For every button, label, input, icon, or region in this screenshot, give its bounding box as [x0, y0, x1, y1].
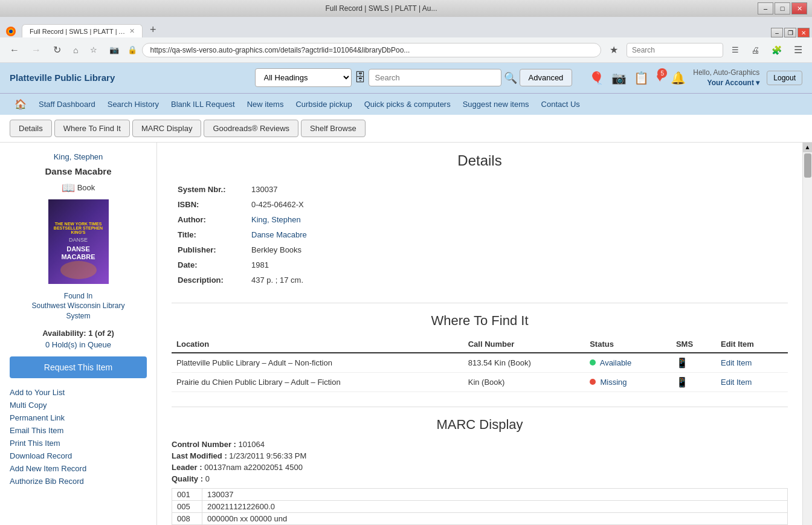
detail-row-publisher: Publisher: Berkley Books: [173, 243, 787, 257]
bookmark-button[interactable]: ☆: [86, 44, 101, 56]
detail-row-description: Description: 437 p. ; 17 cm.: [173, 273, 787, 287]
download-record-link[interactable]: Download Record: [10, 451, 147, 460]
home-nav-link[interactable]: 🏠: [10, 96, 31, 112]
browser-close[interactable]: ✕: [798, 28, 810, 37]
detail-row-isbn: ISBN: 0-425-06462-X: [173, 198, 787, 211]
tab-where-to-find[interactable]: Where To Find It: [54, 120, 130, 137]
star-button[interactable]: ★: [606, 43, 622, 57]
tab-goodreads[interactable]: Goodreads® Reviews: [204, 120, 298, 137]
print-item-link[interactable]: Print This Item: [10, 439, 147, 448]
email-item-link[interactable]: Email This Item: [10, 426, 147, 435]
suggest-link[interactable]: Suggest new items: [458, 97, 534, 111]
print-button[interactable]: 🖨: [747, 44, 763, 56]
edit-cell: Edit Item: [716, 353, 788, 373]
sms-icon[interactable]: 📱: [676, 358, 688, 368]
marc-value: 130037: [202, 488, 788, 500]
marc-table: 001 130037 005 20021112122600.0 008 0000…: [172, 488, 788, 525]
home-button[interactable]: ⌂: [69, 44, 82, 56]
contact-link[interactable]: Contact Us: [536, 97, 585, 111]
detail-label-sysnbr: System Nbr.:: [173, 182, 245, 196]
new-tab-button[interactable]: +: [145, 22, 161, 37]
library-name: Platteville Public Library: [10, 72, 115, 83]
found-in[interactable]: Found In Southwest Wisconsin Library Sys…: [10, 291, 147, 321]
location-table-header: Location Call Number Status SMS Edit Ite…: [172, 336, 788, 353]
where-to-find-title: Where To Find It: [172, 303, 788, 329]
url-bar[interactable]: [142, 43, 601, 57]
forward-button[interactable]: →: [28, 43, 45, 57]
extensions-button[interactable]: 🧩: [768, 44, 785, 56]
bell-icon[interactable]: 🔔: [671, 71, 686, 85]
scrollbar-thumb[interactable]: [804, 153, 811, 178]
nav-bar: 🏠 Staff Dashboard Search History Blank I…: [0, 93, 812, 115]
details-table: System Nbr.: 130037 ISBN: 0-425-06462-X …: [172, 181, 788, 288]
account-dropdown[interactable]: Your Account ▾: [693, 78, 759, 88]
browser-minimize[interactable]: –: [771, 28, 783, 37]
edit-item-link[interactable]: Edit Item: [721, 378, 752, 387]
search-history-link[interactable]: Search History: [103, 97, 164, 111]
blank-ill-link[interactable]: Blank ILL Request: [166, 97, 240, 111]
edit-cell: Edit Item: [716, 372, 788, 391]
marc-value: 000000n xx 00000 und: [202, 512, 788, 524]
main-search-input[interactable]: [369, 69, 501, 86]
holds-queue[interactable]: 0 Hold(s) in Queue: [10, 340, 147, 349]
reader-view-button[interactable]: ☰: [728, 44, 743, 56]
firefox-icon: [5, 26, 16, 37]
bookmarks-icon[interactable]: ♥ 5: [656, 71, 663, 85]
browser-restore[interactable]: ❐: [784, 28, 796, 37]
sms-icon[interactable]: 📱: [676, 377, 688, 387]
new-items-link[interactable]: New items: [242, 97, 289, 111]
request-item-button[interactable]: Request This Item: [10, 356, 147, 378]
notifications-icon[interactable]: 📋: [634, 71, 649, 85]
scrollbar[interactable]: ▲ ▼: [802, 143, 812, 525]
browser-tab[interactable]: Full Record | SWLS | PLATT | Au... ✕: [22, 24, 143, 37]
database-icon[interactable]: 🗄: [354, 71, 366, 85]
close-button[interactable]: ✕: [791, 2, 807, 14]
staff-dashboard-link[interactable]: Staff Dashboard: [34, 97, 100, 111]
edit-item-link[interactable]: Edit Item: [721, 358, 752, 367]
call-number-cell: 813.54 Kin (Book): [463, 353, 585, 373]
menu-button[interactable]: ☰: [790, 43, 806, 57]
sidebar-author[interactable]: King, Stephen: [10, 152, 147, 161]
search-icon-button[interactable]: 🔍: [504, 71, 517, 85]
tab-marc[interactable]: MARC Display: [132, 120, 202, 137]
advanced-search-button[interactable]: Advanced: [520, 69, 573, 86]
scroll-up-button[interactable]: ▲: [803, 143, 813, 152]
status-link[interactable]: Missing: [600, 378, 627, 387]
marc-value: 20021112122600.0: [202, 500, 788, 512]
add-to-list-link[interactable]: Add to Your List: [10, 388, 147, 397]
tab-details[interactable]: Details: [10, 120, 52, 137]
cover-kings-text: DANSE: [69, 237, 88, 243]
status-link[interactable]: Available: [600, 358, 632, 367]
screenshot-button[interactable]: 📷: [106, 44, 123, 56]
browser-navbar: ← → ↻ ⌂ ☆ 📷 🔒 ★ ☰ 🖨 🧩 ☰: [0, 37, 812, 63]
authorize-bib-link[interactable]: Authorize Bib Record: [10, 477, 147, 486]
curbside-link[interactable]: Curbside pickup: [291, 97, 356, 111]
logout-button[interactable]: Logout: [767, 71, 802, 85]
detail-value-title[interactable]: Danse Macabre: [246, 228, 787, 242]
cover-title-text: DANSE MACABRE: [52, 245, 105, 261]
col-call-number: Call Number: [463, 336, 585, 353]
browser-tab-bar: Full Record | SWLS | PLATT | Au... ✕ + –…: [0, 17, 812, 37]
tab-shelf[interactable]: Shelf Browse: [301, 120, 366, 137]
cover-author-text: THE NEW YORK TIMES BESTSELLER STEPHEN KI…: [52, 222, 105, 234]
detail-row-author: Author: King, Stephen: [173, 213, 787, 227]
detail-value-author[interactable]: King, Stephen: [246, 213, 787, 227]
permanent-link[interactable]: Permanent Link: [10, 413, 147, 422]
marc-tag: 008: [172, 512, 202, 524]
quick-picks-link[interactable]: Quick picks & computers: [359, 97, 456, 111]
content-area: Details System Nbr.: 130037 ISBN: 0-425-…: [157, 143, 802, 525]
browser-search-input[interactable]: [627, 43, 723, 57]
maximize-button[interactable]: □: [775, 2, 790, 14]
camera-icon[interactable]: 📷: [611, 71, 627, 85]
add-new-item-link[interactable]: Add New Item Record: [10, 464, 147, 473]
tab-close-icon[interactable]: ✕: [129, 27, 135, 35]
minimize-button[interactable]: –: [758, 2, 773, 14]
headings-select[interactable]: All Headings: [255, 68, 352, 87]
reload-button[interactable]: ↻: [50, 43, 65, 57]
detail-value-isbn: 0-425-06462-X: [246, 198, 787, 211]
hot-air-balloon-icon[interactable]: 🎈: [589, 71, 604, 85]
multi-copy-link[interactable]: Multi Copy: [10, 401, 147, 410]
book-icon: 📖: [62, 181, 75, 195]
back-button[interactable]: ←: [6, 43, 23, 57]
security-icon: 🔒: [127, 45, 137, 54]
